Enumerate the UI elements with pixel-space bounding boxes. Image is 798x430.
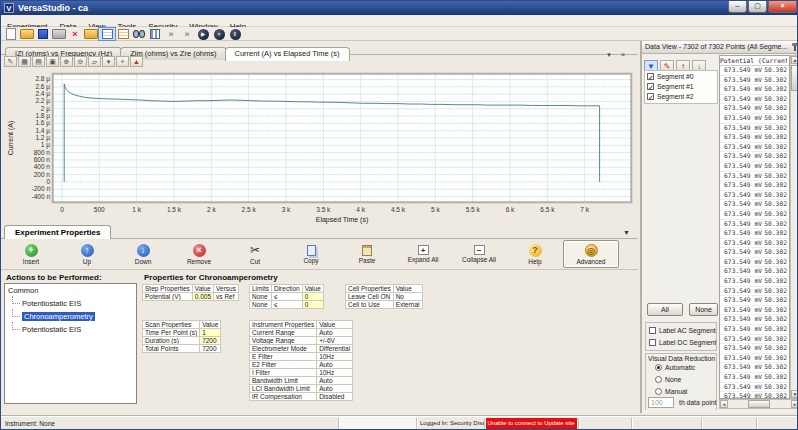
- run-button[interactable]: ▶: [195, 28, 211, 40]
- scroll-up-button[interactable]: ▲: [791, 56, 798, 64]
- table-cell[interactable]: 10Hz: [317, 369, 353, 377]
- graph-view-icon[interactable]: [115, 28, 131, 40]
- pointer-tool-icon[interactable]: +: [116, 56, 129, 67]
- table-row[interactable]: 673.549 mV50.302: [720, 229, 789, 239]
- table-row[interactable]: 673.549 mV50.302: [720, 191, 789, 201]
- table-cell[interactable]: Differential: [317, 345, 353, 353]
- table-cell[interactable]: 0.005: [192, 293, 213, 301]
- tree-node-chronoamperometry[interactable]: Chronoamperometry: [8, 309, 136, 322]
- radio-none[interactable]: [655, 376, 662, 383]
- checkbox-label-ac-segments[interactable]: [649, 327, 656, 334]
- table-row[interactable]: 673.549 mV50.302: [720, 392, 789, 399]
- folder-icon[interactable]: [83, 28, 99, 40]
- tab-experiment-properties[interactable]: Experiment Properties: [4, 225, 111, 239]
- scroll-down-button[interactable]: ▼: [791, 390, 798, 398]
- zoom-out-icon[interactable]: ⊖: [74, 56, 87, 67]
- table-cell[interactable]: Auto: [317, 377, 353, 385]
- table-row[interactable]: 673.549 mV50.302: [720, 306, 789, 316]
- none-segments-button[interactable]: None: [689, 303, 718, 316]
- print-icon[interactable]: [51, 28, 67, 40]
- table-row[interactable]: 673.549 mV50.302: [720, 315, 789, 325]
- table-row[interactable]: 673.549 mV50.302: [720, 239, 789, 249]
- table-row[interactable]: 673.549 mV50.302: [720, 296, 789, 306]
- table-row[interactable]: 673.549 mV50.302: [720, 344, 789, 354]
- table-row[interactable]: 673.549 mV50.302: [720, 162, 789, 172]
- tree-node-common[interactable]: Common: [8, 286, 136, 296]
- table-row[interactable]: 673.549 mV50.302: [720, 172, 789, 182]
- table-row[interactable]: 673.549 mV50.302: [720, 287, 789, 297]
- table-row[interactable]: 673.549 mV50.302: [720, 325, 789, 335]
- table-cell[interactable]: ≤: [271, 301, 302, 309]
- scroll-right-button[interactable]: ▸: [791, 400, 798, 408]
- table-row[interactable]: 673.549 mV50.302: [720, 220, 789, 230]
- table-cell[interactable]: External: [393, 301, 422, 309]
- table-row[interactable]: 673.549 mV50.302: [720, 143, 789, 153]
- table-row[interactable]: 673.549 mV50.302: [720, 66, 789, 76]
- table-row[interactable]: 673.549 mV50.302: [720, 133, 789, 143]
- new-file-icon[interactable]: [3, 28, 19, 40]
- pause-button[interactable]: ‖: [227, 28, 243, 40]
- remove-button[interactable]: ×Remove: [171, 240, 227, 268]
- data-table-vertical-scrollbar[interactable]: ▲ ▼: [790, 55, 798, 399]
- table-row[interactable]: 673.549 mV50.302: [720, 200, 789, 210]
- table-row[interactable]: 673.549 mV50.302: [720, 354, 789, 364]
- table-cell[interactable]: Auto: [317, 385, 353, 393]
- close-button[interactable]: ×: [768, 1, 797, 13]
- edit-plot-icon[interactable]: ✎: [4, 56, 17, 67]
- table-cell[interactable]: No: [393, 293, 422, 301]
- segment-checkbox[interactable]: ✓: [647, 93, 654, 100]
- table-cell[interactable]: None: [250, 293, 272, 301]
- radio-automatic[interactable]: [655, 364, 662, 371]
- table-row[interactable]: 673.549 mV50.302: [720, 76, 789, 86]
- expand-all-button[interactable]: +Expand All: [395, 240, 451, 268]
- table-cell[interactable]: 0: [302, 293, 323, 301]
- table-row[interactable]: 673.549 mV50.302: [720, 363, 789, 373]
- tab-current-a-vs-elapsed-time-s[interactable]: Current (A) vs Elapsed Time (s): [225, 47, 350, 61]
- save-icon[interactable]: [35, 28, 51, 40]
- copy-chart-icon[interactable]: ▱: [88, 56, 101, 67]
- checkbox-label-dc-segments[interactable]: [649, 339, 656, 346]
- data-table-horizontal-scrollbar[interactable]: ◂ ▸: [719, 399, 798, 409]
- delete-icon[interactable]: ×: [67, 28, 83, 40]
- down-button[interactable]: ↓Down: [115, 240, 171, 268]
- tree-node-potentiostatic-eis[interactable]: Potentiostatic EIS: [8, 322, 136, 335]
- data-view-icon[interactable]: [99, 28, 115, 40]
- radio-manual[interactable]: [655, 388, 662, 395]
- vertical-scroll-thumb[interactable]: [791, 65, 798, 91]
- minimize-button[interactable]: –: [728, 1, 747, 13]
- table-row[interactable]: 673.549 mV50.302: [720, 210, 789, 220]
- table-row[interactable]: 673.549 mV50.302: [720, 181, 789, 191]
- step-forward-icon[interactable]: »: [163, 28, 179, 40]
- table-row[interactable]: 673.549 mV50.302: [720, 124, 789, 134]
- chart-dropdown-arrow[interactable]: ▾: [102, 56, 115, 67]
- maximize-button[interactable]: ▢: [748, 1, 767, 13]
- table-cell[interactable]: 10Hz: [317, 353, 353, 361]
- zoom-in-icon[interactable]: ⊕: [60, 56, 73, 67]
- open-file-icon[interactable]: [19, 28, 35, 40]
- table-row[interactable]: 673.549 mV50.302: [720, 85, 789, 95]
- table-row[interactable]: 673.549 mV50.302: [720, 104, 789, 114]
- tree-node-potentiostatic-eis[interactable]: Potentiostatic EIS: [8, 296, 136, 309]
- table-row[interactable]: 673.549 mV50.302: [720, 258, 789, 268]
- copy-button[interactable]: Copy: [283, 240, 339, 268]
- segment-checkbox[interactable]: ✓: [647, 73, 654, 80]
- all-segments-button[interactable]: All: [647, 303, 683, 316]
- table-row[interactable]: 673.549 mV50.302: [720, 114, 789, 124]
- zoom-box-icon[interactable]: ▣: [46, 56, 59, 67]
- table-row[interactable]: 673.549 mV50.302: [720, 152, 789, 162]
- alert-triangle-icon[interactable]: ▲: [130, 56, 143, 67]
- paste-button[interactable]: Paste: [339, 240, 395, 268]
- fast-forward-icon[interactable]: »: [179, 28, 195, 40]
- table-row[interactable]: 673.549 mV50.302: [720, 267, 789, 277]
- table-row[interactable]: 673.549 mV50.302: [720, 383, 789, 393]
- table-row[interactable]: 673.549 mV50.302: [720, 335, 789, 345]
- pin-icon[interactable]: [794, 44, 796, 51]
- help-button[interactable]: ?Help: [507, 240, 563, 268]
- table-row[interactable]: 673.549 mV50.302: [720, 248, 789, 258]
- table-cell[interactable]: None: [250, 301, 272, 309]
- table-cell[interactable]: vs Ref: [214, 293, 239, 301]
- data-point-interval-input[interactable]: [648, 397, 674, 408]
- table-row[interactable]: 673.549 mV50.302: [720, 95, 789, 105]
- scroll-left-button[interactable]: ◂: [720, 400, 728, 408]
- horizontal-scroll-thumb[interactable]: [748, 400, 770, 408]
